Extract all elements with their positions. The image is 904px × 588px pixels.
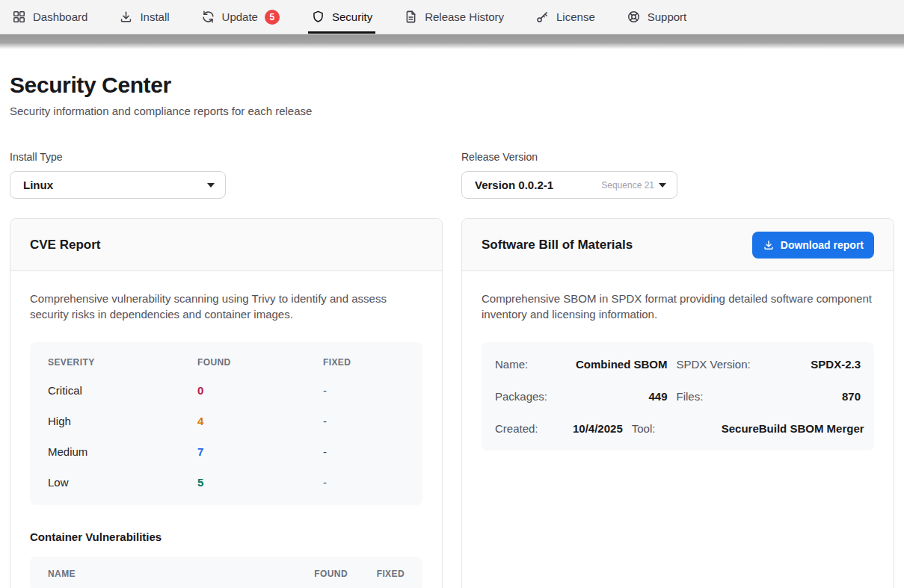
sbom-card-title: Software Bill of Materials [482,238,633,253]
table-row-critical: Critical 0 - [48,375,405,406]
support-lifebuoy-icon [627,10,641,24]
nav-item-support[interactable]: Support [627,0,687,34]
nav-label: Security [332,10,372,23]
filters-row: Install Type Linux Release Version Versi… [10,151,894,199]
nav-label: License [556,10,595,23]
nav-item-release-history[interactable]: Release History [404,0,504,34]
nav-label: Release History [425,10,504,23]
chevron-down-icon [659,183,666,188]
sbom-card: Software Bill of Materials Download repo… [461,218,894,588]
nav-item-install[interactable]: Install [119,0,169,34]
sbom-tool-label: Tool: [632,422,713,435]
severity-table-header: SEVERITY FOUND FIXED [48,346,405,375]
page-subtitle: Security information and compliance repo… [10,105,894,117]
severity-table: SEVERITY FOUND FIXED Critical 0 - High 4… [30,342,422,505]
sbom-packages-label: Packages: [495,390,564,403]
col-found: FOUND [295,569,348,579]
sbom-files-label: Files: [677,390,757,403]
table-row: Created: 10/4/2025 Tool: SecureBuild SBO… [495,412,861,445]
nav-item-license[interactable]: License [535,0,595,34]
install-icon [119,10,133,24]
cve-description: Comprehensive vulnerability scanning usi… [30,291,422,323]
install-type-label: Install Type [10,151,443,163]
table-row-high: High 4 - [48,406,405,436]
install-type-value: Linux [23,179,53,191]
nav-label: Support [648,10,687,23]
sbom-spdx-label: SPDX Version: [677,358,757,371]
release-version-filter: Release Version Version 0.0.2-1 Sequence… [461,151,894,199]
sbom-created-value: 10/4/2025 [573,422,623,435]
page-title: Security Center [10,72,894,98]
update-icon [201,10,215,24]
header-divider-band [0,34,904,49]
cve-card-header: CVE Report [10,219,442,271]
col-severity: SEVERITY [48,357,197,368]
nav-label: Install [140,10,169,23]
update-count-badge: 5 [265,10,280,25]
release-version-select[interactable]: Version 0.0.2-1 Sequence 21 [461,171,677,199]
cve-card-body: Comprehensive vulnerability scanning usi… [10,271,442,588]
sbom-card-body: Comprehensive SBOM in SPDX format provid… [462,271,894,470]
sbom-name-label: Name: [495,358,564,371]
download-icon [763,239,775,251]
col-fixed: FIXED [323,357,405,368]
col-name: NAME [48,569,282,579]
nav-item-dashboard[interactable]: Dashboard [12,0,87,34]
sbom-files-value: 870 [766,390,861,403]
install-type-select[interactable]: Linux [10,171,226,199]
release-sequence-label: Sequence 21 [601,180,654,191]
table-row: Packages: 449 Files: 870 [495,380,861,412]
sbom-tool-value: SecureBuild SBOM Merger [722,422,864,435]
col-fixed: FIXED [361,569,405,579]
sbom-description: Comprehensive SBOM in SPDX format provid… [482,291,874,323]
top-navigation: Dashboard Install Update 5 Security Rele… [0,0,904,34]
chevron-down-icon [207,183,215,188]
sbom-name-value: Combined SBOM [573,358,668,371]
dashboard-icon [12,10,26,24]
sbom-card-header: Software Bill of Materials Download repo… [462,219,894,271]
license-key-icon [535,10,550,24]
report-cards-row: CVE Report Comprehensive vulnerability s… [10,218,894,588]
nav-label: Dashboard [33,10,87,23]
table-row-low: Low 5 - [48,467,405,498]
sbom-spdx-value: SPDX-2.3 [766,358,861,371]
download-report-button[interactable]: Download report [752,232,874,259]
install-type-filter: Install Type Linux [10,151,443,199]
nav-item-update[interactable]: Update 5 [201,0,280,34]
container-vulnerabilities-table-header: NAME FOUND FIXED [30,557,422,588]
table-row-medium: Medium 7 - [48,436,405,467]
cve-report-card: CVE Report Comprehensive vulnerability s… [10,218,443,588]
container-vulnerabilities-title: Container Vulnerabilities [30,530,422,543]
release-version-value: Version 0.0.2-1 [475,179,553,191]
download-button-label: Download report [781,239,864,251]
release-history-icon [404,10,418,24]
nav-item-security[interactable]: Security [311,0,372,34]
nav-label: Update [222,10,258,23]
col-found: FOUND [197,357,323,368]
cve-card-title: CVE Report [30,238,100,253]
sbom-details-table: Name: Combined SBOM SPDX Version: SPDX-2… [482,342,874,451]
sbom-created-label: Created: [495,422,564,435]
release-version-label: Release Version [461,151,894,163]
security-shield-icon [311,10,325,24]
main-content: Security Center Security information and… [0,72,904,588]
table-row: Name: Combined SBOM SPDX Version: SPDX-2… [495,348,861,380]
sbom-packages-value: 449 [573,390,668,403]
